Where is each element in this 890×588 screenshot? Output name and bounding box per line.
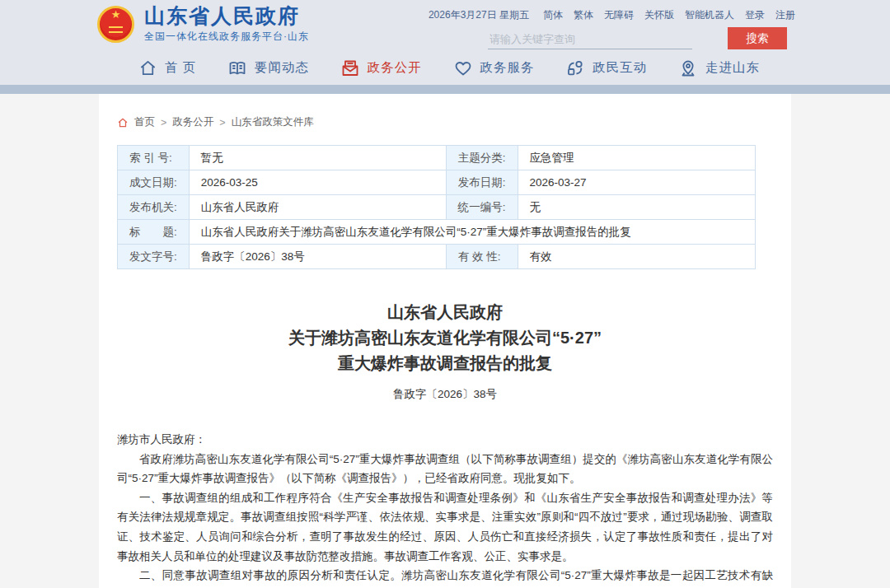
meta-label-validity: 有 效 性: bbox=[446, 245, 518, 269]
emblem-star: ★ bbox=[100, 9, 132, 21]
breadcrumb-separator: > bbox=[219, 117, 225, 128]
nav-label: 走进山东 bbox=[705, 59, 760, 77]
salutation: 潍坊市人民政府： bbox=[117, 430, 773, 450]
brand-text: 山东省人民政府 全国一体化在线政务服务平台·山东 bbox=[144, 4, 309, 44]
meta-label-title: 标 题: bbox=[118, 220, 190, 245]
link-simplified[interactable]: 简体 bbox=[543, 8, 563, 22]
paragraph: 二、同意事故调查组对事故的原因分析和责任认定。潍坊高密山东友道化学有限公司“5·… bbox=[117, 566, 773, 588]
interaction-icon bbox=[565, 58, 585, 78]
document-title-line: 山东省人民政府 bbox=[117, 300, 773, 325]
breadcrumb-disclosure[interactable]: 政务公开 bbox=[172, 115, 213, 129]
nav-label: 政务公开 bbox=[368, 59, 422, 77]
meta-label-issuing-agency: 发布机关: bbox=[118, 195, 190, 220]
document-title: 山东省人民政府 关于潍坊高密山东友道化学有限公司“5·27” 重大爆炸事故调查报… bbox=[117, 300, 773, 376]
nav-item-news[interactable]: 要闻动态 bbox=[227, 58, 309, 78]
breadcrumb-home[interactable]: 首页 bbox=[134, 115, 155, 129]
document-title-line: 关于潍坊高密山东友道化学有限公司“5·27” bbox=[117, 325, 773, 351]
meta-label-publish-date: 发布日期: bbox=[446, 170, 518, 195]
link-traditional[interactable]: 繁体 bbox=[574, 8, 593, 22]
paragraph: 一、事故调查组的组成和工作程序符合《生产安全事故报告和调查处理条例》和《山东省生… bbox=[117, 488, 773, 566]
home-icon bbox=[138, 58, 157, 77]
map-pin-icon bbox=[678, 58, 698, 78]
nav-label: 首 页 bbox=[165, 59, 196, 77]
divider-band bbox=[0, 85, 890, 94]
link-smart-robot[interactable]: 智能机器人 bbox=[685, 8, 734, 22]
meta-value-unified-number: 无 bbox=[518, 195, 755, 220]
site-subtitle: 全国一体化在线政务服务平台·山东 bbox=[144, 30, 309, 44]
meta-value-index-number: 暂无 bbox=[189, 146, 446, 170]
disclosure-icon bbox=[340, 58, 360, 78]
meta-label-unified-number: 统一编号: bbox=[446, 195, 518, 220]
meta-value-issuing-agency: 山东省人民政府 bbox=[189, 195, 446, 220]
nav-label: 政民互动 bbox=[593, 59, 647, 77]
search-input[interactable] bbox=[488, 30, 692, 49]
site-title: 山东省人民政府 bbox=[144, 4, 309, 27]
utility-bar: 2026年3月27日 星期五 简体 繁体 无障碍 关怀版 智能机器人 登录 注册 bbox=[429, 8, 795, 22]
service-heart-icon bbox=[453, 58, 473, 78]
table-row: 成文日期: 2026-03-25 发布日期: 2026-03-27 bbox=[118, 170, 756, 195]
meta-value-written-date: 2026-03-25 bbox=[189, 170, 446, 195]
table-row: 发文字号: 鲁政字〔2026〕38号 有 效 性: 有效 bbox=[118, 245, 756, 269]
breadcrumb-home-icon bbox=[117, 117, 129, 128]
news-icon bbox=[227, 58, 247, 78]
nav-label: 要闻动态 bbox=[255, 59, 309, 77]
table-row: 发布机关: 山东省人民政府 统一编号: 无 bbox=[118, 195, 756, 220]
nav-label: 政务服务 bbox=[480, 59, 535, 77]
site-header: ★ 山东省人民政府 全国一体化在线政务服务平台·山东 2026年3月27日 星期… bbox=[0, 0, 890, 85]
document-title-line: 重大爆炸事故调查报告的批复 bbox=[117, 351, 773, 376]
paragraph: 省政府潍坊高密山东友道化学有限公司“5·27”重大爆炸事故调查组（以下简称事故调… bbox=[117, 450, 773, 488]
search-button[interactable]: 搜索 bbox=[728, 27, 787, 49]
nav-item-disclosure[interactable]: 政务公开 bbox=[340, 58, 422, 78]
content-card: 首页 > 政务公开 > 山东省政策文件库 索 引 号: 暂无 主题分类: 应急管… bbox=[99, 94, 791, 588]
header-top-row: ★ 山东省人民政府 全国一体化在线政务服务平台·山东 2026年3月27日 星期… bbox=[0, 0, 890, 51]
meta-value-topic: 应急管理 bbox=[518, 146, 755, 170]
meta-label-index-number: 索 引 号: bbox=[118, 146, 190, 170]
document-body: 潍坊市人民政府： 省政府潍坊高密山东友道化学有限公司“5·27”重大爆炸事故调查… bbox=[117, 430, 773, 588]
emblem-gate bbox=[109, 26, 123, 33]
nav-item-explore[interactable]: 走进山东 bbox=[678, 58, 760, 78]
meta-value-title: 山东省人民政府关于潍坊高密山东友道化学有限公司“5·27”重大爆炸事故调查报告的… bbox=[189, 220, 755, 245]
meta-value-doc-number: 鲁政字〔2026〕38号 bbox=[189, 245, 446, 269]
document-meta-table: 索 引 号: 暂无 主题分类: 应急管理 成文日期: 2026-03-25 发布… bbox=[117, 145, 756, 269]
breadcrumb-current: 山东省政策文件库 bbox=[232, 115, 314, 129]
breadcrumb-separator: > bbox=[161, 117, 166, 128]
nav-item-home[interactable]: 首 页 bbox=[138, 58, 196, 77]
document-number: 鲁政字〔2026〕38号 bbox=[117, 387, 773, 402]
meta-value-publish-date: 2026-03-27 bbox=[518, 170, 755, 195]
search-bar: 搜索 bbox=[488, 27, 787, 49]
table-row: 标 题: 山东省人民政府关于潍坊高密山东友道化学有限公司“5·27”重大爆炸事故… bbox=[118, 220, 756, 245]
link-register[interactable]: 注册 bbox=[775, 8, 795, 22]
link-login[interactable]: 登录 bbox=[745, 8, 765, 22]
breadcrumb: 首页 > 政务公开 > 山东省政策文件库 bbox=[117, 94, 773, 129]
table-row: 索 引 号: 暂无 主题分类: 应急管理 bbox=[118, 146, 756, 170]
site-brand[interactable]: ★ 山东省人民政府 全国一体化在线政务服务平台·山东 bbox=[97, 4, 309, 44]
meta-label-written-date: 成文日期: bbox=[118, 170, 190, 195]
meta-value-validity: 有效 bbox=[518, 245, 755, 269]
link-care-version[interactable]: 关怀版 bbox=[644, 8, 674, 22]
main-nav: 首 页 要闻动态 政务公开 政务服务 政民互动 走进山东 bbox=[99, 51, 791, 85]
meta-label-topic: 主题分类: bbox=[446, 146, 518, 170]
nav-item-services[interactable]: 政务服务 bbox=[453, 58, 535, 78]
date-text: 2026年3月27日 星期五 bbox=[429, 8, 529, 22]
national-emblem-icon: ★ bbox=[97, 6, 134, 43]
nav-item-interaction[interactable]: 政民互动 bbox=[565, 58, 647, 78]
meta-label-doc-number: 发文字号: bbox=[118, 245, 190, 269]
link-accessibility[interactable]: 无障碍 bbox=[604, 8, 634, 22]
